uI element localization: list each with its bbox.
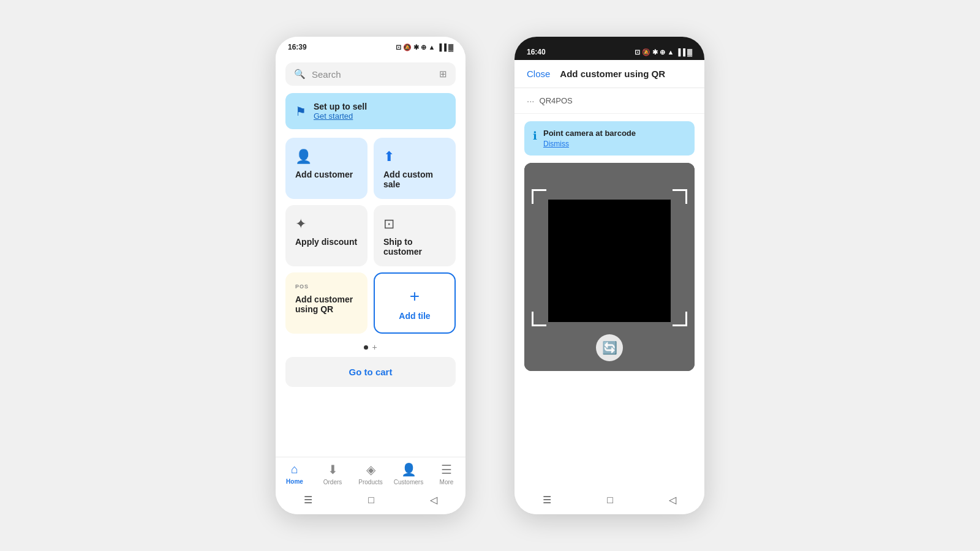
close-button[interactable]: Close [527, 69, 550, 79]
discount-icon: ✦ [295, 216, 358, 232]
tile-add-custom-sale[interactable]: ⬆ Add custom sale [374, 138, 456, 199]
corner-tl [532, 189, 546, 204]
plus-icon: + [410, 287, 420, 306]
page-dots: + [276, 342, 466, 352]
nav-more-label: More [440, 479, 454, 485]
info-icon: ℹ [533, 129, 537, 143]
orders-icon: ⬇ [328, 462, 338, 477]
status-time-2: 16:40 [527, 48, 546, 56]
qr-screen-title: Add customer using QR [560, 69, 665, 79]
tile-add-customer-qr[interactable]: POS Add customer using QR [285, 272, 368, 334]
status-icons-2: ⊡ 🔕 ✱ ⊕ ▲ ▐▐ ▓ [635, 48, 692, 56]
scan-area [548, 200, 671, 322]
search-bar[interactable]: 🔍 Search ⊞ [285, 62, 456, 86]
status-icons-1: ⊡ 🔕 ✱ ⊕ ▲ ▐▐ ▓ [396, 43, 453, 51]
tile-ship-to-customer[interactable]: ⊡ Ship to customer [374, 205, 456, 266]
corner-br [673, 312, 687, 326]
tile-label-add-customer-qr: Add customer using QR [295, 294, 358, 314]
android-menu-icon[interactable]: ☰ [304, 494, 312, 506]
nav-orders-label: Orders [323, 479, 342, 485]
status-time-1: 16:39 [288, 43, 307, 51]
tile-apply-discount[interactable]: ✦ Apply discount [285, 205, 368, 266]
phone-2: 16:40 ⊡ 🔕 ✱ ⊕ ▲ ▐▐ ▓ Close Add customer … [514, 37, 704, 514]
dark-strip [514, 37, 704, 42]
dot-1 [364, 345, 368, 350]
android-home-icon-2[interactable]: □ [607, 495, 613, 506]
pos-badge: POS [295, 283, 358, 290]
nav-home-label: Home [286, 478, 303, 485]
upload-icon: ⬆ [383, 149, 446, 165]
nav-orders[interactable]: ⬇ Orders [314, 462, 352, 485]
android-menu-icon-2[interactable]: ☰ [543, 494, 551, 506]
nav-products-label: Products [358, 479, 382, 485]
tile-grid: 👤 Add customer ⬆ Add custom sale ✦ Apply… [276, 138, 466, 334]
corner-bl [532, 312, 546, 326]
status-bar-1: 16:39 ⊡ 🔕 ✱ ⊕ ▲ ▐▐ ▓ [276, 37, 466, 55]
nav-customers[interactable]: 👤 Customers [390, 462, 428, 485]
search-icon: 🔍 [294, 69, 306, 80]
more-icon: ☰ [441, 462, 452, 477]
camera-view: 🔄 [524, 163, 695, 371]
tile-label-add-custom-sale: Add custom sale [383, 170, 446, 189]
corner-tr [673, 189, 687, 204]
tile-label-apply-discount: Apply discount [295, 237, 358, 247]
qr-notice-banner: ℹ Point camera at barcode Dismiss [524, 121, 695, 156]
setup-banner-title: Set up to sell [314, 102, 367, 111]
home-icon: ⌂ [291, 462, 298, 476]
products-icon: ◈ [366, 462, 375, 477]
dismiss-link[interactable]: Dismiss [543, 140, 636, 148]
flag-icon: ⚑ [295, 104, 306, 119]
qr-notice-title: Point camera at barcode [543, 129, 636, 138]
go-to-cart-button[interactable]: Go to cart [285, 357, 456, 387]
tile-add-customer[interactable]: 👤 Add customer [285, 138, 368, 199]
android-back-icon[interactable]: ◁ [430, 494, 437, 506]
android-nav-1: ☰ □ ◁ [276, 488, 466, 514]
ship-icon: ⊡ [383, 216, 446, 232]
add-page-dot[interactable]: + [372, 342, 377, 352]
phone-content-1: 🔍 Search ⊞ ⚑ Set up to sell Get started … [276, 55, 466, 457]
provider-row: ··· QR4POS [514, 88, 704, 114]
status-bar-2: 16:40 ⊡ 🔕 ✱ ⊕ ▲ ▐▐ ▓ [514, 42, 704, 60]
get-started-link[interactable]: Get started [314, 111, 367, 121]
camera-switch-button[interactable]: 🔄 [596, 334, 623, 361]
camera-switch-icon: 🔄 [602, 340, 617, 355]
customers-icon: 👤 [401, 462, 417, 477]
search-placeholder: Search [312, 69, 341, 80]
tile-label-add-customer: Add customer [295, 170, 358, 179]
provider-name: QR4POS [540, 96, 573, 105]
bottom-nav: ⌂ Home ⬇ Orders ◈ Products 👤 Customers ☰… [276, 457, 466, 488]
android-nav-2: ☰ □ ◁ [514, 488, 704, 514]
phone-1: 16:39 ⊡ 🔕 ✱ ⊕ ▲ ▐▐ ▓ 🔍 Search ⊞ ⚑ Set up… [276, 37, 466, 514]
android-back-icon-2[interactable]: ◁ [669, 494, 676, 506]
provider-icon: ··· [527, 96, 535, 106]
nav-more[interactable]: ☰ More [428, 462, 466, 485]
setup-banner[interactable]: ⚑ Set up to sell Get started [285, 93, 456, 129]
person-icon: 👤 [295, 149, 358, 165]
tile-label-ship-to-customer: Ship to customer [383, 237, 446, 257]
tile-label-add-tile: Add tile [399, 311, 430, 321]
qr-top-bar: Close Add customer using QR [514, 60, 704, 88]
setup-banner-text: Set up to sell Get started [314, 102, 367, 121]
tile-add-tile[interactable]: + Add tile [374, 272, 456, 334]
nav-customers-label: Customers [394, 479, 423, 485]
qr-notice-text: Point camera at barcode Dismiss [543, 129, 636, 148]
nav-products[interactable]: ◈ Products [352, 462, 390, 485]
barcode-scan-icon[interactable]: ⊞ [439, 69, 447, 80]
nav-home[interactable]: ⌂ Home [276, 462, 314, 485]
android-home-icon[interactable]: □ [368, 495, 374, 506]
